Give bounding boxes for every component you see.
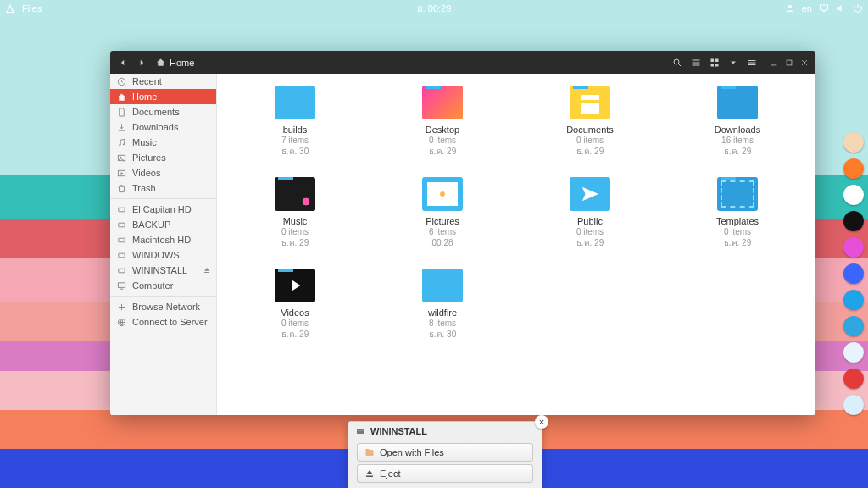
svg-rect-31 — [366, 450, 374, 456]
hamburger-menu-button[interactable] — [744, 55, 760, 70]
sidebar-item-home[interactable]: Home — [110, 89, 216, 104]
dock-files[interactable] — [843, 132, 864, 152]
svg-rect-16 — [119, 208, 125, 212]
folder-date: ธ.ค. 29 — [429, 146, 456, 157]
folder-icon — [422, 177, 463, 211]
folder-videos[interactable]: Videos0 itemsธ.ค. 29 — [225, 269, 364, 340]
dock-firefox[interactable] — [843, 158, 864, 179]
keyboard-layout[interactable]: en — [802, 3, 812, 14]
sidebar-item-el-capitan-hd[interactable]: El Capitan HD — [110, 202, 216, 217]
dock-app-blue[interactable] — [843, 263, 864, 284]
sidebar-item-videos[interactable]: Videos — [110, 165, 216, 180]
close-button[interactable] — [798, 57, 810, 69]
dock-app-red[interactable] — [843, 369, 864, 389]
folder-icon — [717, 86, 758, 119]
svg-point-19 — [120, 225, 120, 225]
folder-builds[interactable]: builds7 itemsธ.ค. 30 — [225, 86, 364, 157]
svg-rect-22 — [119, 253, 125, 258]
back-button[interactable] — [115, 55, 131, 70]
drive-icon — [117, 236, 126, 245]
sidebar-item-wininstall[interactable]: WININSTALL — [110, 263, 216, 278]
sidebar-item-label: Documents — [132, 107, 180, 117]
svg-rect-9 — [787, 60, 792, 65]
svg-point-14 — [120, 156, 121, 158]
svg-point-0 — [788, 5, 792, 8]
dock-app-pink[interactable] — [843, 237, 864, 258]
sidebar-item-label: Pictures — [132, 152, 166, 163]
display-icon[interactable] — [819, 3, 829, 14]
folder-public[interactable]: Public0 itemsธ.ค. 29 — [520, 177, 659, 248]
dock-chromium[interactable] — [843, 395, 864, 415]
folder-item-count: 6 items — [429, 226, 456, 237]
svg-point-23 — [120, 255, 120, 256]
dock-chrome[interactable] — [843, 185, 864, 205]
power-icon[interactable] — [853, 3, 863, 14]
view-grid-button[interactable] — [707, 55, 722, 70]
active-app-label[interactable]: Files — [22, 3, 42, 14]
svg-rect-18 — [119, 223, 125, 227]
eject-button[interactable]: Eject — [357, 464, 533, 483]
folder-date: ธ.ค. 30 — [281, 146, 309, 157]
trash-icon — [117, 184, 126, 193]
drive-icon — [117, 205, 126, 214]
folder-item-count: 0 items — [576, 226, 604, 237]
folder-downloads[interactable]: Downloads16 itemsธ.ค. 29 — [668, 86, 807, 157]
svg-point-11 — [119, 144, 120, 146]
dock — [841, 127, 866, 420]
dock-terminal[interactable] — [843, 211, 864, 231]
sidebar-item-windows[interactable]: WINDOWS — [110, 247, 216, 263]
sidebar-item-label: Recent — [132, 76, 162, 86]
places-sidebar: RecentHomeDocumentsDownloadsMusicPicture… — [110, 74, 217, 415]
svg-point-3 — [674, 59, 679, 64]
folder-name: Pictures — [426, 216, 459, 226]
folder-music[interactable]: Music0 itemsธ.ค. 29 — [225, 177, 364, 248]
sidebar-item-label: Trash — [132, 183, 156, 193]
dock-telegram[interactable] — [843, 316, 864, 336]
svg-rect-1 — [821, 5, 828, 10]
eject-icon — [364, 469, 375, 479]
path-bar[interactable]: Home — [156, 58, 194, 68]
folder-documents[interactable]: Documents0 itemsธ.ค. 29 — [520, 86, 659, 157]
sidebar-item-backup[interactable]: BACKUP — [110, 217, 216, 232]
sidebar-item-music[interactable]: Music — [110, 135, 216, 150]
svg-rect-5 — [715, 58, 719, 62]
sidebar-item-computer[interactable]: Computer — [110, 278, 216, 293]
dock-skype[interactable] — [843, 290, 864, 310]
clock[interactable]: อ. 00:29 — [417, 1, 452, 16]
sidebar-item-browse-network[interactable]: Browse Network — [110, 299, 216, 314]
sidebar-item-label: WININSTALL — [132, 265, 187, 275]
minimize-button[interactable] — [768, 57, 780, 69]
sidebar-item-documents[interactable]: Documents — [110, 104, 216, 119]
folder-wildfire[interactable]: wildfire8 itemsธ.ค. 30 — [373, 269, 512, 340]
folder-desktop[interactable]: Desktop0 itemsธ.ค. 29 — [373, 86, 512, 157]
volume-icon[interactable] — [836, 3, 846, 14]
sidebar-item-recent[interactable]: Recent — [110, 74, 216, 89]
sidebar-item-connect-to-server[interactable]: Connect to Server — [110, 314, 216, 330]
folder-date: ธ.ค. 29 — [724, 237, 751, 248]
view-list-button[interactable] — [688, 55, 704, 70]
account-icon[interactable] — [785, 3, 795, 14]
forward-button[interactable] — [134, 55, 149, 70]
drive-icon — [117, 220, 126, 230]
sidebar-item-downloads[interactable]: Downloads — [110, 119, 216, 135]
folder-item-count: 7 items — [281, 135, 309, 146]
sidebar-item-trash[interactable]: Trash — [110, 180, 216, 196]
sidebar-item-pictures[interactable]: Pictures — [110, 150, 216, 165]
window-titlebar[interactable]: Home — [110, 51, 815, 74]
sidebar-item-macintosh-hd[interactable]: Macintosh HD — [110, 232, 216, 247]
folder-pictures[interactable]: Pictures6 items00:28 — [373, 177, 512, 248]
svg-rect-20 — [119, 238, 125, 242]
files-window: Home RecentHomeDocumentsDownloadsMusicPi… — [110, 51, 815, 415]
network-icon — [117, 302, 126, 312]
folder-date: ธ.ค. 30 — [429, 329, 456, 340]
view-options-button[interactable] — [726, 55, 741, 70]
folder-templates[interactable]: Templates0 itemsธ.ค. 29 — [668, 177, 807, 248]
maximize-button[interactable] — [783, 57, 795, 69]
eject-icon[interactable] — [203, 266, 211, 274]
open-with-files-button[interactable]: Open with Files — [357, 443, 533, 462]
folder-date: ธ.ค. 29 — [576, 237, 604, 248]
file-view[interactable]: builds7 itemsธ.ค. 30Desktop0 itemsธ.ค. 2… — [217, 74, 815, 415]
dock-safari[interactable] — [843, 342, 864, 363]
search-button[interactable] — [670, 55, 685, 70]
activities-icon[interactable] — [5, 3, 15, 14]
